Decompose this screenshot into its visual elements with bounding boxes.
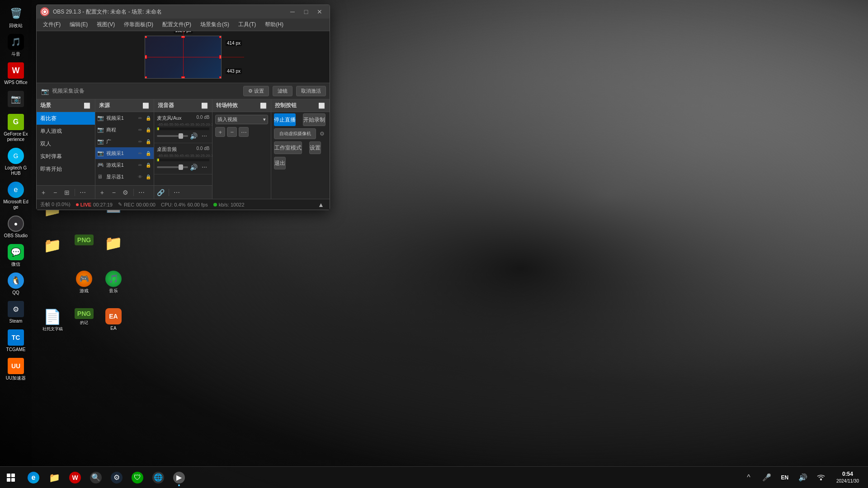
source-item-0[interactable]: 📷 视频采1 ✏ 🔒 [95,112,154,124]
desktop-icon-obs-studio[interactable]: ● OBS Studio [1,214,30,240]
desktop-file-folder2[interactable]: 📁 [36,235,69,257]
scene-remove-btn[interactable]: − [50,188,60,197]
mixer-mute-1[interactable]: 🔊 [190,164,198,171]
taskbar-browser2-btn[interactable]: 🌐 [148,468,168,488]
handle-br[interactable] [219,76,222,79]
desktop-file-png3[interactable]: PNG 的记 [68,306,100,327]
start-record-btn[interactable]: 开始录制 [303,113,326,126]
controls-expand-icon[interactable]: ⬜ [318,102,326,110]
menu-edit[interactable]: 编辑(E) [65,19,92,31]
mixer-link-btn[interactable]: 🔗 [156,188,166,197]
source-edit-0[interactable]: ✏ [137,114,144,122]
desktop-icon-edge[interactable]: e Microsoft Edge [1,180,30,212]
source-edit-3[interactable]: ✏ [137,150,144,157]
trans-menu-btn[interactable]: ⋯ [239,127,249,137]
statusbar-settings-icon[interactable]: ▲ [316,200,326,210]
studio-mode-btn[interactable]: 工作室模式 [274,141,302,154]
tray-volume-icon[interactable]: 🔊 [795,469,811,486]
source-item-5[interactable]: 🖥 显示器1 👁 🔒 [95,171,154,183]
taskbar-media-btn[interactable]: ▶ [169,468,189,488]
source-edit-4[interactable]: ✏ [137,161,144,169]
desktop-icon-tcgame[interactable]: TC TCGAME [1,328,30,354]
desktop-file-png2[interactable]: PNG [68,233,100,249]
taskbar-360-btn[interactable]: 🛡 [127,468,147,488]
scene-item-4[interactable]: 即将开始 [37,163,95,175]
handle-tl[interactable] [145,36,147,38]
handle-bl[interactable] [145,76,147,79]
virtual-cam-settings-icon[interactable]: ⚙ [318,129,327,138]
desktop-app-netgame[interactable]: 🎮 游戏 [68,269,100,296]
volume-slider-1[interactable] [157,166,189,168]
menu-view[interactable]: 视图(V) [92,19,119,31]
source-remove-btn[interactable]: − [109,188,119,197]
desktop-app-music[interactable]: 🎵 音乐 [97,269,130,296]
taskbar-explorer-btn[interactable]: 📁 [44,468,64,488]
source-menu-btn[interactable]: ⋯ [137,188,146,197]
handle-ml[interactable] [145,55,147,59]
desktop-file-doc2[interactable]: 📄 社托文字稿 [36,306,69,333]
desktop-icon-recycle-bin[interactable]: 🗑️ 回收站 [1,4,30,30]
source-edit-2[interactable]: ✏ [137,138,144,145]
tray-language-btn[interactable]: EN [777,469,793,486]
scene-menu-btn[interactable]: ⋯ [78,188,88,197]
volume-slider-0[interactable] [157,135,189,137]
desktop-icon-wps[interactable]: W WPS Office [1,61,30,87]
scene-panel-expand-icon[interactable]: ⬜ [83,102,91,110]
menu-docks[interactable]: 停靠面板(D) [119,19,158,31]
taskbar-start-btn[interactable] [0,467,22,488]
volume-thumb-0[interactable] [179,133,183,139]
handle-bm[interactable] [181,76,185,79]
scene-item-3[interactable]: 实时弹幕 [37,150,95,163]
handle-tm[interactable] [181,36,185,38]
scene-item-1[interactable]: 单人游戏 [37,125,95,137]
scene-add-btn[interactable]: + [38,188,48,197]
source-lock-0[interactable]: 🔒 [145,114,152,122]
source-item-1[interactable]: 📷 商程 ✏ 🔒 [95,124,154,136]
taskbar-wps-btn[interactable]: W [65,468,85,488]
taskbar-clock[interactable]: 0:54 2024/11/30 [831,470,864,484]
source-edit-1[interactable]: ✏ [137,126,144,133]
menu-tools[interactable]: 工具(T) [234,19,260,31]
mixer-menu-btn[interactable]: ⋯ [172,188,182,197]
desktop-app-ea[interactable]: EA EA [97,306,130,333]
mixer-mute-0[interactable]: 🔊 [190,132,198,140]
menu-file[interactable]: 文件(F) [38,19,65,31]
desktop-file-folder3[interactable]: 📁 [97,233,130,255]
menu-help[interactable]: 帮助(H) [260,19,288,31]
scene-layout-btn[interactable]: ⊞ [62,188,72,197]
desktop-icon-wechat[interactable]: 💬 微信 [1,242,30,269]
source-settings-btn[interactable]: ⚙ [121,188,131,197]
source-lock-5[interactable]: 🔒 [145,173,152,180]
window-maximize-btn[interactable]: □ [300,7,312,16]
source-panel-expand-icon[interactable]: ⬜ [142,102,150,110]
menu-scene-collection[interactable]: 场景集合(S) [196,19,234,31]
stop-stream-btn[interactable]: 停止直播 [274,113,296,126]
source-add-btn[interactable]: + [97,188,107,197]
source-lock-4[interactable]: 🔒 [145,161,152,169]
mixer-expand-icon[interactable]: ⬜ [200,102,208,110]
handle-tr[interactable] [219,36,222,38]
source-item-3[interactable]: 📷 视频采1 ✏ 🔒 [95,147,154,159]
source-lock-2[interactable]: 🔒 [145,138,152,145]
tray-expand-btn[interactable]: ^ [741,469,757,486]
desktop-icon-qq[interactable]: 🐧 QQ [1,271,30,297]
source-lock-3[interactable]: 🔒 [145,150,152,157]
source-lock-1[interactable]: 🔒 [145,126,152,133]
toolbar-cancel-btn[interactable]: 取消激活 [296,86,326,96]
tray-network-icon[interactable] [813,469,829,486]
desktop-icon-geforce[interactable]: G GeForce Experience [1,112,30,144]
toolbar-filter-btn[interactable]: 滤镜 [273,86,292,96]
source-item-4[interactable]: 🎮 游戏采1 ✏ 🔒 [95,159,154,171]
desktop-icon-camera[interactable]: 📷 [1,89,30,110]
virtual-cam-btn[interactable]: 自动虚拟摄像机 [274,128,316,139]
source-eye-5[interactable]: 👁 [137,173,144,180]
source-item-2[interactable]: 📷 广 ✏ 🔒 [95,136,154,147]
desktop-icon-logitech[interactable]: G Logitech G HUB [1,146,30,178]
settings-btn[interactable]: 设置 [309,141,321,154]
scene-item-0[interactable]: 看比赛 [37,112,95,125]
window-minimize-btn[interactable]: ─ [286,7,299,16]
desktop-icon-steam[interactable]: ⚙ Steam [1,299,30,326]
transitions-dropdown[interactable]: 插入视频 ▾ [215,115,268,124]
taskbar-search-btn[interactable]: 🔍 [86,468,106,488]
scene-item-2[interactable]: 双人 [37,137,95,150]
